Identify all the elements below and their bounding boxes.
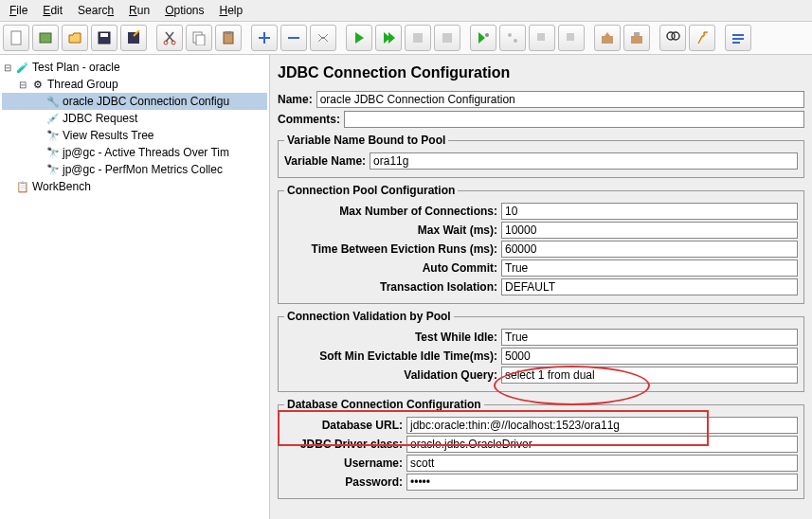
tree-item-perfmon[interactable]: 🔭 jp@gc - PerfMon Metrics Collec	[2, 161, 267, 178]
tree-label: View Results Tree	[63, 129, 154, 142]
svg-rect-8	[196, 35, 205, 45]
test-idle-label: Test While Idle:	[284, 331, 497, 344]
remote-shutdown-icon[interactable]	[558, 25, 585, 51]
tree-label: JDBC Request	[63, 112, 137, 125]
autocommit-input[interactable]	[501, 260, 798, 277]
db-user-label: Username:	[284, 456, 403, 470]
svg-rect-23	[634, 32, 640, 36]
tx-iso-input[interactable]	[501, 278, 798, 295]
reset-search-icon[interactable]	[689, 25, 715, 51]
db-conn-group: Database Connection Configuration Databa…	[278, 398, 804, 499]
scope-icon: 🔭	[45, 162, 61, 177]
toolbar	[0, 22, 812, 55]
menubar: File Edit Search Run Options Help	[0, 0, 812, 22]
remote-stop-icon[interactable]	[529, 25, 555, 51]
svg-rect-10	[226, 31, 231, 34]
db-driver-input[interactable]	[406, 436, 798, 453]
run-icon[interactable]	[346, 25, 372, 51]
max-conn-input[interactable]	[501, 203, 798, 220]
save-as-icon[interactable]	[120, 25, 147, 51]
svg-point-16	[485, 33, 489, 37]
comments-input[interactable]	[344, 111, 804, 128]
svg-rect-0	[11, 31, 21, 45]
menu-search[interactable]: Search	[72, 2, 119, 19]
var-pool-legend: Variable Name Bound to Pool	[284, 134, 448, 147]
db-url-label: Database URL:	[284, 419, 403, 432]
tree-panel: ⊟ 🧪 Test Plan - oracle ⊟ ⚙ Thread Group …	[0, 55, 270, 519]
svg-rect-19	[537, 33, 545, 41]
open-icon[interactable]	[62, 25, 88, 51]
remote-start-icon[interactable]	[470, 25, 496, 51]
pipette-icon: 💉	[45, 111, 61, 126]
soft-min-input[interactable]	[501, 348, 798, 365]
flask-icon: 🧪	[15, 60, 30, 75]
toggle-icon[interactable]	[310, 25, 336, 51]
scope-icon: 🔭	[45, 145, 61, 160]
db-pass-input[interactable]	[406, 474, 798, 491]
save-icon[interactable]	[91, 25, 117, 51]
svg-rect-28	[732, 42, 740, 44]
page-title: JDBC Connection Configuration	[278, 64, 804, 81]
clipboard-icon: 📋	[15, 179, 30, 194]
var-name-label: Variable Name:	[284, 154, 366, 168]
remote-icon[interactable]	[499, 25, 526, 51]
db-conn-legend: Database Connection Configuration	[284, 398, 484, 411]
svg-point-25	[672, 32, 679, 40]
tree-label: jp@gc - Active Threads Over Tim	[63, 146, 229, 159]
menu-file[interactable]: File	[4, 2, 33, 19]
svg-rect-15	[442, 33, 452, 43]
menu-edit[interactable]: Edit	[37, 2, 68, 19]
paste-icon[interactable]	[215, 25, 242, 51]
tree-label: Thread Group	[47, 78, 118, 91]
tree-item-active-threads[interactable]: 🔭 jp@gc - Active Threads Over Tim	[2, 144, 267, 161]
scope-icon: 🔭	[45, 128, 61, 143]
db-pass-label: Password:	[284, 475, 403, 489]
run-nopause-icon[interactable]	[375, 25, 402, 51]
tree-item-jdbc-request[interactable]: 💉 JDBC Request	[2, 110, 267, 127]
cut-icon[interactable]	[156, 25, 183, 51]
evict-input[interactable]	[501, 241, 798, 258]
conn-pool-legend: Connection Pool Configuration	[284, 184, 458, 197]
tree-workbench[interactable]: 📋 WorkBench	[2, 178, 267, 195]
menu-options[interactable]: Options	[159, 2, 209, 19]
svg-rect-26	[732, 34, 744, 36]
db-driver-label: JDBC Driver class:	[284, 438, 403, 451]
tree-thread-group[interactable]: ⊟ ⚙ Thread Group	[2, 76, 267, 93]
svg-rect-27	[732, 38, 744, 40]
search-icon[interactable]	[659, 25, 686, 51]
function-helper-icon[interactable]	[725, 25, 751, 51]
tree-item-jdbc-config[interactable]: 🔧 oracle JDBC Connection Configu	[2, 93, 267, 110]
content-panel: JDBC Connection Configuration Name: Comm…	[270, 55, 812, 519]
var-name-input[interactable]	[370, 152, 798, 170]
clear-all-icon[interactable]	[623, 25, 650, 51]
svg-rect-1	[40, 33, 51, 43]
expand-icon[interactable]	[251, 25, 278, 51]
svg-rect-14	[413, 33, 423, 43]
tree-label: oracle JDBC Connection Configu	[63, 95, 229, 108]
tree-root[interactable]: ⊟ 🧪 Test Plan - oracle	[2, 59, 267, 76]
test-idle-input[interactable]	[501, 329, 798, 346]
svg-rect-3	[100, 33, 108, 37]
menu-help[interactable]: Help	[214, 2, 249, 19]
svg-rect-22	[631, 36, 642, 44]
comments-label: Comments:	[278, 113, 340, 126]
val-query-input[interactable]	[501, 367, 798, 384]
db-user-input[interactable]	[406, 455, 798, 472]
validation-group: Connection Validation by Pool Test While…	[278, 310, 804, 392]
collapse-icon[interactable]	[280, 25, 307, 51]
stop-icon[interactable]	[405, 25, 431, 51]
tree-item-results-tree[interactable]: 🔭 View Results Tree	[2, 127, 267, 144]
max-wait-input[interactable]	[501, 222, 798, 239]
templates-icon[interactable]	[32, 25, 59, 51]
clear-icon[interactable]	[594, 25, 621, 51]
new-icon[interactable]	[3, 25, 29, 51]
shutdown-icon[interactable]	[434, 25, 460, 51]
val-query-label: Validation Query:	[284, 368, 497, 382]
tree-label: Test Plan - oracle	[32, 61, 120, 74]
name-input[interactable]	[316, 91, 804, 108]
validation-legend: Connection Validation by Pool	[284, 310, 454, 323]
menu-run[interactable]: Run	[123, 2, 155, 19]
soft-min-label: Soft Min Evictable Idle Time(ms):	[284, 349, 497, 363]
db-url-input[interactable]	[406, 417, 798, 434]
copy-icon[interactable]	[186, 25, 212, 51]
